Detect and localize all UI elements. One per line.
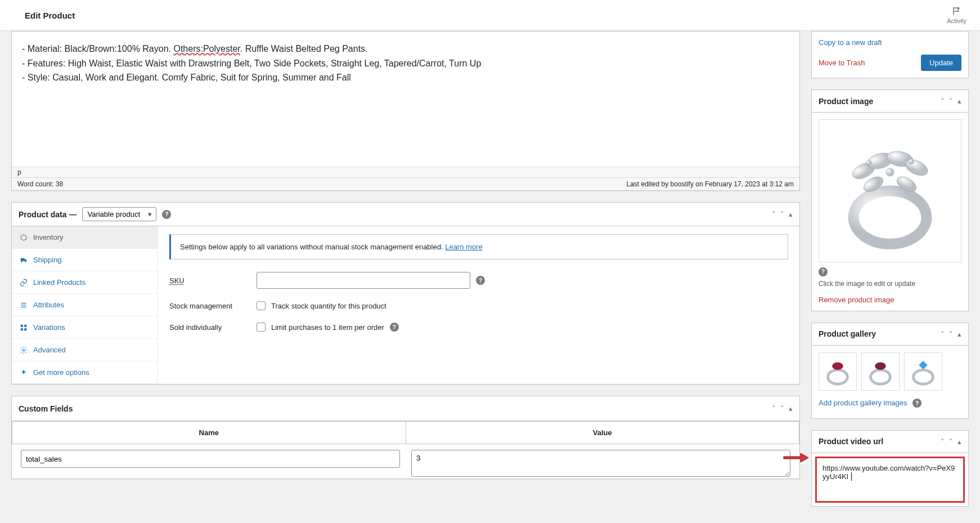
stock-management-checkbox[interactable] — [257, 301, 266, 310]
word-count: Word count: 38 — [17, 180, 63, 188]
help-icon[interactable]: ? — [819, 267, 828, 276]
svg-point-22 — [875, 362, 885, 370]
move-down-icon[interactable]: ˅ — [949, 330, 953, 338]
product-image-title: Product image — [819, 97, 873, 106]
move-up-icon[interactable]: ˄ — [772, 404, 776, 413]
sold-individually-checkbox[interactable] — [257, 323, 266, 332]
tab-variations[interactable]: Variations — [12, 316, 158, 339]
remove-product-image-link[interactable]: Remove product image — [819, 296, 894, 304]
truck-icon — [20, 256, 28, 264]
toggle-icon[interactable]: ▴ — [957, 97, 961, 105]
inventory-panel: Settings below apply to all variations w… — [158, 226, 799, 384]
move-up-icon[interactable]: ˄ — [941, 330, 945, 338]
activity-button[interactable]: Activity — [947, 6, 966, 24]
tab-shipping[interactable]: Shipping — [12, 249, 158, 271]
add-gallery-images-link[interactable]: Add product gallery images — [819, 399, 907, 407]
cf-name-input[interactable] — [21, 450, 400, 468]
product-video-url-title: Product video url — [819, 437, 883, 446]
sparkle-icon — [20, 369, 28, 377]
move-down-icon[interactable]: ˅ — [780, 404, 784, 413]
svg-point-21 — [871, 370, 891, 384]
ring-image-icon — [824, 124, 956, 257]
tab-label: Inventory — [33, 233, 63, 242]
toggle-icon[interactable]: ▴ — [789, 404, 793, 413]
svg-point-17 — [866, 160, 871, 166]
svg-point-19 — [828, 370, 848, 384]
svg-point-16 — [886, 168, 894, 176]
move-up-icon[interactable]: ˄ — [772, 210, 776, 218]
move-down-icon[interactable]: ˅ — [949, 437, 953, 446]
svg-rect-3 — [21, 306, 26, 307]
move-down-icon[interactable]: ˅ — [949, 97, 953, 105]
editor-text: - Style: Casual, Work and Elegant. Comfy… — [22, 70, 789, 85]
editor-content[interactable]: - Material: Black/Brown:100% Rayon. Othe… — [12, 32, 799, 167]
dash: — — [69, 210, 77, 219]
product-gallery-box: Product gallery ˄ ˅ ▴ — [811, 323, 969, 419]
cf-value-input[interactable]: 3 — [411, 450, 790, 477]
svg-rect-1 — [21, 302, 26, 303]
update-button[interactable]: Update — [921, 55, 961, 71]
editor-text: - Features: High Waist, Elastic Waist wi… — [22, 56, 789, 71]
svg-rect-7 — [24, 328, 26, 330]
tab-label: Get more options — [33, 368, 89, 377]
svg-rect-5 — [24, 324, 26, 327]
help-icon[interactable]: ? — [912, 399, 921, 408]
sold-individually-label: Sold individually — [169, 323, 257, 332]
text-cursor — [849, 472, 852, 481]
product-image-thumbnail[interactable] — [819, 119, 961, 262]
toggle-icon[interactable]: ▴ — [957, 437, 961, 446]
svg-point-23 — [914, 370, 933, 384]
inventory-notice: Settings below apply to all variations w… — [169, 234, 788, 260]
copy-to-draft-link[interactable]: Copy to a new draft — [819, 38, 882, 47]
description-editor-box: - Material: Black/Brown:100% Rayon. Othe… — [11, 31, 800, 191]
product-video-url-box: Product video url ˄ ˅ ▴ https://www.yout… — [811, 430, 969, 507]
tab-linked-products[interactable]: Linked Products — [12, 271, 158, 294]
cf-value-header: Value — [406, 421, 800, 444]
editor-text: - Material: Black/Brown:100% Rayon. — [22, 44, 173, 53]
product-data-title: Product data — [19, 210, 67, 219]
move-up-icon[interactable]: ˄ — [941, 97, 945, 105]
svg-point-9 — [853, 191, 927, 244]
gallery-thumb[interactable] — [904, 352, 942, 391]
tab-advanced[interactable]: Advanced — [12, 339, 158, 361]
sku-input[interactable] — [257, 272, 470, 289]
last-edited: Last edited by boostify on February 17, … — [626, 180, 794, 188]
top-bar: Edit Product Activity — [0, 0, 980, 31]
ring-thumb-icon — [864, 355, 897, 388]
tab-inventory[interactable]: Inventory — [12, 226, 158, 249]
sold-individually-cb-label: Limit purchases to 1 item per order — [271, 323, 384, 332]
tab-label: Linked Products — [33, 278, 86, 287]
gallery-thumb[interactable] — [819, 352, 857, 391]
tab-label: Shipping — [33, 256, 62, 264]
editor-path[interactable]: p — [12, 167, 799, 178]
product-gallery-title: Product gallery — [819, 329, 876, 338]
move-down-icon[interactable]: ˅ — [780, 210, 784, 218]
custom-field-row: 3 — [12, 444, 799, 479]
product-image-hint: Click the image to edit or update — [819, 280, 961, 288]
gallery-thumb[interactable] — [861, 352, 900, 391]
gear-icon — [20, 346, 28, 354]
notice-text: Settings below apply to all variations w… — [180, 243, 445, 251]
tab-get-more-options[interactable]: Get more options — [12, 361, 158, 384]
learn-more-link[interactable]: Learn more — [445, 243, 482, 251]
product-type-select[interactable]: Variable product — [82, 207, 156, 221]
activity-label: Activity — [947, 17, 966, 24]
cf-name-header: Name — [12, 421, 406, 444]
inventory-icon — [20, 234, 28, 242]
help-icon[interactable]: ? — [162, 210, 171, 219]
help-icon[interactable]: ? — [390, 323, 399, 332]
help-icon[interactable]: ? — [476, 276, 485, 285]
stock-management-label: Stock management — [169, 302, 257, 310]
annotation-arrow-icon — [783, 451, 810, 464]
video-url-input[interactable]: https://www.youtube.com/watch?v=PeX9yyUr… — [815, 457, 965, 503]
svg-rect-4 — [21, 324, 23, 327]
move-up-icon[interactable]: ˄ — [941, 437, 945, 446]
move-to-trash-link[interactable]: Move to Trash — [819, 59, 865, 67]
toggle-icon[interactable]: ▴ — [789, 210, 793, 218]
video-url-value: https://www.youtube.com/watch?v=PeX9yyUr… — [822, 464, 955, 481]
tab-attributes[interactable]: Attributes — [12, 294, 158, 316]
tab-label: Variations — [33, 323, 65, 332]
tab-label: Attributes — [33, 301, 64, 309]
toggle-icon[interactable]: ▴ — [957, 330, 961, 338]
ring-thumb-icon — [821, 355, 854, 388]
